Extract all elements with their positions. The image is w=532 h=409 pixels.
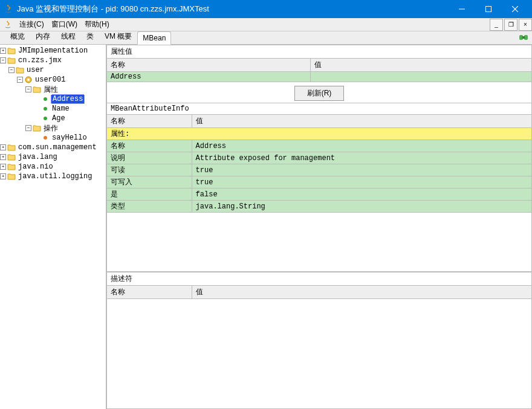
svg-rect-6 (522, 36, 525, 39)
tab-vm[interactable]: VM 概要 (99, 29, 137, 44)
window-title: Java 监视和管理控制台 - pid: 9080 cn.zzs.jmx.JMX… (17, 4, 449, 14)
svg-point-12 (44, 136, 47, 140)
tab-memory[interactable]: 内存 (30, 29, 56, 44)
attribute-icon (41, 95, 50, 103)
collapse-toggle[interactable]: − (17, 77, 23, 83)
table-row[interactable]: 名称Address (107, 140, 532, 152)
tree-node[interactable]: Name (51, 105, 71, 113)
menu-connect[interactable]: 连接(C) (16, 19, 48, 30)
tree-node[interactable]: java.lang (17, 153, 59, 161)
internal-close-button[interactable]: × (519, 19, 532, 31)
tree-node[interactable]: user (25, 66, 45, 74)
folder-icon (7, 153, 16, 161)
col-value[interactable]: 值 (192, 286, 531, 299)
tree-node[interactable]: 属性 (42, 85, 59, 95)
expand-toggle[interactable]: + (0, 173, 6, 179)
descriptor-title: 描述符 (106, 272, 532, 285)
tree-node[interactable]: com.sun.management (17, 143, 98, 152)
svg-point-9 (44, 97, 47, 101)
attribute-icon (41, 114, 50, 123)
operation-icon (41, 134, 50, 142)
folder-icon (7, 143, 16, 152)
tab-mbean[interactable]: MBean (137, 31, 171, 45)
folder-icon (7, 47, 16, 55)
table-row[interactable]: 可写入true (107, 176, 532, 188)
window-titlebar: Java 监视和管理控制台 - pid: 9080 cn.zzs.jmx.JMX… (0, 0, 532, 18)
col-value[interactable]: 值 (311, 59, 532, 72)
expand-toggle[interactable]: + (0, 48, 6, 54)
collapse-toggle[interactable]: − (25, 86, 31, 92)
detail-panel: 属性值 名称 值 Address 刷新(R) MBeanAttributeInf… (106, 45, 532, 409)
tab-overview[interactable]: 概览 (5, 29, 30, 44)
folder-icon (7, 172, 16, 181)
attr-value-title: 属性值 (106, 45, 532, 58)
table-row[interactable]: 类型java.lang.String (107, 201, 532, 213)
descriptor-body (106, 299, 532, 409)
tree-node[interactable]: user001 (34, 76, 66, 84)
collapse-toggle[interactable]: − (8, 67, 15, 73)
menu-window[interactable]: 窗口(W) (48, 19, 81, 30)
descriptor-table: 名称 值 (106, 285, 532, 299)
svg-point-10 (44, 107, 47, 111)
svg-rect-1 (486, 7, 491, 12)
tab-threads[interactable]: 线程 (56, 29, 81, 44)
table-row[interactable]: Address (107, 72, 532, 82)
close-button[interactable] (502, 0, 528, 18)
attr-value-table: 名称 值 Address (106, 58, 532, 82)
table-row[interactable]: 说明Attribute exposed for management (107, 152, 532, 164)
minimize-button[interactable] (449, 0, 475, 18)
mbean-tree[interactable]: +JMImplementation −cn.zzs.jmx −user −use… (0, 45, 106, 409)
tree-node[interactable]: sayHello (51, 134, 88, 142)
col-name[interactable]: 名称 (107, 286, 192, 299)
attr-info-table: 名称 值 属性: 名称Address 说明Attribute exposed f… (106, 114, 532, 213)
table-row[interactable]: 是false (107, 188, 532, 201)
tree-node[interactable]: 操作 (42, 123, 59, 134)
connection-indicator-icon (519, 33, 528, 42)
expand-toggle[interactable]: + (0, 154, 6, 160)
expand-toggle[interactable]: + (0, 164, 6, 170)
tree-node[interactable]: JMImplementation (17, 47, 89, 55)
attr-info-body (106, 213, 532, 272)
cell-value[interactable] (311, 72, 532, 82)
tree-node[interactable]: java.nio (17, 163, 54, 171)
svg-point-11 (44, 117, 47, 120)
attribute-icon (41, 105, 50, 113)
folder-icon (7, 163, 16, 171)
col-name[interactable]: 名称 (107, 115, 192, 128)
collapse-toggle[interactable]: − (0, 57, 6, 63)
folder-icon (7, 56, 16, 65)
java-icon (4, 21, 12, 29)
internal-minimize-button[interactable]: _ (490, 19, 503, 31)
col-value[interactable]: 值 (192, 115, 531, 128)
attr-info-title: MBeanAttributeInfo (106, 103, 532, 114)
group-row: 属性: (107, 128, 532, 140)
tree-node[interactable]: cn.zzs.jmx (17, 56, 63, 65)
folder-icon (33, 124, 41, 132)
tree-node[interactable]: java.util.logging (17, 172, 93, 181)
refresh-button[interactable]: 刷新(R) (294, 86, 345, 101)
folder-icon (33, 85, 41, 94)
tree-node-selected[interactable]: Address (51, 94, 85, 104)
bean-icon (24, 76, 33, 84)
table-row[interactable]: 可读true (107, 164, 532, 176)
tree-node[interactable]: Age (51, 114, 66, 123)
tab-classes[interactable]: 类 (81, 29, 99, 44)
collapse-toggle[interactable]: − (25, 125, 31, 131)
tab-bar: 概览 内存 线程 类 VM 概要 MBean (0, 31, 532, 45)
internal-restore-button[interactable]: ❐ (504, 19, 517, 31)
menu-help[interactable]: 帮助(H) (81, 19, 113, 30)
expand-toggle[interactable]: + (0, 144, 6, 150)
maximize-button[interactable] (475, 0, 502, 18)
svg-point-8 (27, 79, 30, 81)
col-name[interactable]: 名称 (107, 59, 311, 72)
cell-name: Address (107, 72, 311, 82)
table-row[interactable]: 属性: (107, 128, 532, 140)
java-icon (4, 4, 13, 14)
folder-icon (16, 66, 24, 74)
